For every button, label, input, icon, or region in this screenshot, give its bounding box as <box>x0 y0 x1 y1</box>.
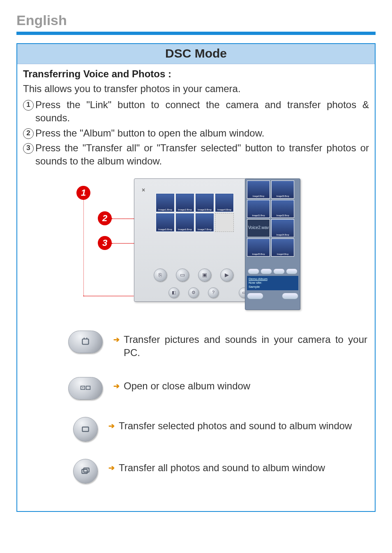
transfer-selected-button[interactable]: ▭ <box>176 268 189 282</box>
close-icon[interactable]: × <box>142 186 145 194</box>
svg-rect-6 <box>84 468 89 472</box>
legend-row-transfer-all: ➔ Transfer all photos and sound to album… <box>23 459 369 484</box>
album-thumbnail[interactable]: Image32.Bmp <box>271 200 294 218</box>
thumbnail[interactable]: Image6.Bmp <box>175 213 194 232</box>
nav-button[interactable]: ◧ <box>168 287 179 298</box>
album-bottom-row <box>247 293 298 299</box>
svg-rect-5 <box>82 469 87 473</box>
album-pill-button[interactable] <box>273 268 285 274</box>
link-icon <box>68 331 103 353</box>
thumbnail[interactable]: Image4.Bmp <box>215 193 234 212</box>
step-number: 3 <box>23 143 34 154</box>
album-window: Image3.Bmp Image30.Bmp Image31.Bmp Image… <box>245 178 300 310</box>
album-pill-button[interactable] <box>261 268 272 274</box>
callout-3: 3 <box>98 236 112 250</box>
thumbnail-grid: Image1.Bmp Image2.Bmp Image3.Bmp Image4.… <box>156 193 236 232</box>
arrow-icon: ➔ <box>113 379 120 391</box>
step-number: 2 <box>23 128 34 139</box>
album-icon <box>68 377 103 400</box>
album-thumbnail[interactable]: Image31.Bmp <box>247 200 270 218</box>
svg-rect-2 <box>86 386 90 389</box>
link-button[interactable]: ⎘ <box>154 268 167 282</box>
album-label: Demo Album Now site: Sample <box>247 276 298 290</box>
arrow-icon: ➔ <box>108 419 115 431</box>
album-thumbnail[interactable]: Image35.Bmp <box>247 238 270 257</box>
thumbnail[interactable]: Image5.Bmp <box>156 213 175 232</box>
legend-row-album: ➔ Open or close album window <box>23 377 369 400</box>
legend-text: Transfer selected photos and sound to al… <box>119 419 369 433</box>
thumbnail-empty <box>215 213 234 232</box>
arrow-icon: ➔ <box>108 461 115 473</box>
step-text: Press the "Album" button to open the alb… <box>35 127 369 140</box>
settings-button[interactable]: ⚙ <box>188 287 199 298</box>
thumbnail[interactable]: Image1.Bmp <box>156 193 175 212</box>
thumbnails-window: × Image1.Bmp Image2.Bmp Image3.Bmp Image… <box>134 178 253 302</box>
album-title: Demo Album <box>249 277 297 281</box>
transfer-all-glyph <box>80 466 91 477</box>
legend-text: Transfer pictures and sounds in your cam… <box>124 333 369 360</box>
step-number: 1 <box>23 100 34 111</box>
legend-row-link: ➔ Transfer pictures and sounds in your c… <box>23 331 369 360</box>
help-button[interactable]: ? <box>208 287 219 298</box>
svg-rect-4 <box>82 427 88 431</box>
arrow-icon: ➔ <box>113 333 120 345</box>
control-row-bottom: ◧ ⚙ ? ▭ <box>134 287 253 298</box>
legend-row-transfer-selected: ➔ Transfer selected photos and sound to … <box>23 417 369 442</box>
album-thumbnail[interactable]: Image4.Bmp <box>271 238 294 257</box>
transfer-selected-glyph <box>80 424 91 435</box>
step-1: 1 Press the "Link" button to connect the… <box>23 98 369 125</box>
step-text: Press the "Transfer all" or "Transfer se… <box>35 141 369 168</box>
callout-1: 1 <box>76 186 90 200</box>
panel-body: Transferring Voice and Photos : This all… <box>17 64 375 496</box>
step-text: Press the "Link" button to connect the c… <box>35 98 369 125</box>
leader-line <box>83 200 84 296</box>
link-glyph <box>80 336 91 347</box>
album-button-row <box>247 268 298 274</box>
figure: 1 2 3 × Image1.Bmp Image2.Bmp Image3.Bmp… <box>23 178 369 314</box>
album-pill-button[interactable] <box>286 268 297 274</box>
language-header: English <box>16 12 376 28</box>
panel-title: DSC Mode <box>17 44 375 64</box>
thumbnail[interactable]: Image3.Bmp <box>195 193 214 212</box>
intro-text: This allows you to transfer photos in yo… <box>23 82 369 95</box>
section-subheading: Transferring Voice and Photos : <box>23 67 369 81</box>
transfer-all-button[interactable]: ▣ <box>198 268 211 282</box>
step-2: 2 Press the "Album" button to open the a… <box>23 127 369 140</box>
transfer-all-icon <box>73 459 98 484</box>
play-button[interactable]: ▶ <box>220 268 233 282</box>
album-glyph <box>80 383 91 393</box>
album-oval-button[interactable] <box>247 293 263 299</box>
album-oval-button[interactable] <box>282 293 298 299</box>
step-3: 3 Press the "Transfer all" or "Transfer … <box>23 141 369 168</box>
album-thumbnail[interactable]: Image30.Bmp <box>271 180 294 199</box>
header-rule <box>16 32 376 35</box>
callout-2: 2 <box>98 211 112 225</box>
control-row-top: ⎘ ▭ ▣ ▶ <box>134 268 253 282</box>
thumbnail[interactable]: Image2.Bmp <box>175 193 194 212</box>
album-audio[interactable]: Voice2.wav <box>247 219 270 237</box>
transfer-selected-icon <box>73 417 98 442</box>
legend-text: Transfer all photos and sound to album w… <box>119 461 369 474</box>
legend-text: Open or close album window <box>124 379 369 393</box>
album-thumbnail[interactable]: Image3.Bmp <box>247 180 270 199</box>
album-thumbnail[interactable]: Image34.Bmp <box>271 219 294 237</box>
svg-rect-0 <box>82 339 88 345</box>
album-lines: Now site: Sample <box>249 281 297 289</box>
album-pill-button[interactable] <box>248 268 259 274</box>
thumbnail[interactable]: Image7.Bmp <box>195 213 214 232</box>
legend: ➔ Transfer pictures and sounds in your c… <box>23 331 369 484</box>
content-panel: DSC Mode Transferring Voice and Photos :… <box>16 43 376 512</box>
album-grid: Image3.Bmp Image30.Bmp Image31.Bmp Image… <box>247 180 298 267</box>
